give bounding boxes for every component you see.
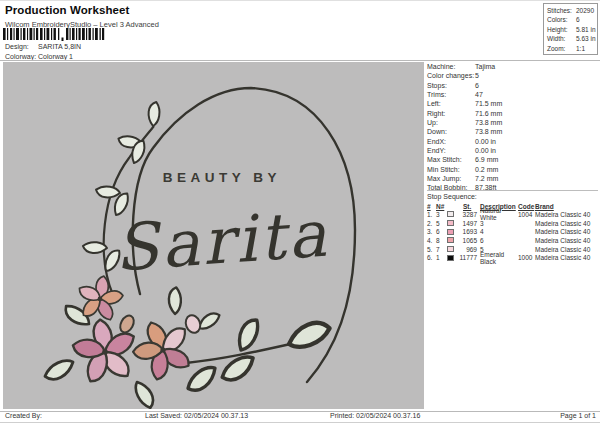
detail-row-right: Right:71.6 mm (427, 109, 598, 118)
thread-brand: Madeira Classic 40 (532, 237, 598, 244)
detail-row-stops: Stops:6 (427, 81, 598, 90)
thread-color-swatch (447, 229, 454, 235)
colorway-label: Colorway: (5, 53, 38, 60)
stop-number: 3. (427, 228, 436, 235)
stitch-count: 1693 (458, 228, 477, 235)
stop-sequence-section: Stop Sequence: # N# St. Description Code… (427, 190, 598, 262)
flower-icon (133, 320, 193, 382)
detail-label: Left: (427, 100, 475, 107)
detail-label: Stops: (427, 82, 475, 89)
detail-value: 5 (475, 72, 479, 79)
detail-value: 73.8 mm (475, 119, 502, 126)
swatch-cell (447, 255, 458, 261)
footer-divider-bottom (0, 422, 600, 423)
swatch-cell (447, 237, 458, 243)
width-label: Width: (547, 35, 576, 42)
col-header-code: Code (518, 203, 532, 210)
detail-row-min-stitch: Min Stitch:0.2 mm (427, 165, 598, 174)
thread-code: 1000 (518, 254, 532, 261)
summary-row-colors: Colors:6 (547, 15, 597, 25)
swatch-cell (447, 220, 458, 226)
stop-number: 1. (427, 211, 436, 218)
col-header-stitches: St. (458, 203, 477, 210)
zoom-value: 1:1 (576, 45, 585, 52)
detail-label: Trims: (427, 91, 475, 98)
colors-value: 6 (576, 16, 580, 23)
stitch-count: 11777 (458, 254, 477, 261)
needle-number: 8 (436, 237, 447, 244)
detail-label: Min Stitch: (427, 166, 475, 173)
needle-number: 6 (436, 228, 447, 235)
detail-label: Color changes: (427, 72, 475, 79)
design-value: SARITA 5,8IN (38, 43, 81, 50)
production-worksheet-page: Production Worksheet Wilcom EmbroiderySt… (0, 0, 600, 424)
detail-row-machine: Machine:Tajima (427, 62, 598, 71)
detail-value: Tajima (475, 63, 495, 70)
thread-description: 3 (477, 220, 518, 227)
detail-row-up: Up:73.8 mm (427, 118, 598, 127)
stitch-count: 1065 (458, 237, 477, 244)
summary-row-width: Width:5.63 in (547, 34, 597, 44)
printed-text: Printed: 02/05/2024 00.37.16 (330, 412, 420, 419)
detail-value: 7.2 mm (475, 175, 498, 182)
page-number: Page 1 of 1 (560, 412, 596, 419)
detail-label: Down: (427, 128, 475, 135)
swatch-cell (447, 229, 458, 235)
stop-sequence-row: 2. 5 1497 3 Madeira Classic 40 (427, 219, 598, 228)
detail-row-endx: EndX:0.00 in (427, 137, 598, 146)
detail-value: 6.9 mm (475, 156, 498, 163)
footer: Created By: Last Saved: 02/05/2024 00.37… (0, 412, 600, 422)
detail-value: 6 (475, 82, 479, 89)
summary-row-height: Height:5.81 in (547, 25, 597, 35)
design-preview-canvas: BEAUTY BY Sarita (3, 62, 424, 409)
header-divider (0, 60, 600, 61)
thread-brand: Madeira Classic 40 (532, 220, 598, 227)
design-row: Design:SARITA 5,8IN (5, 43, 81, 50)
design-text-primary: BEAUTY BY (163, 170, 281, 185)
detail-value: 0.2 mm (475, 166, 498, 173)
detail-value: 73.8 mm (475, 128, 502, 135)
height-label: Height: (547, 26, 576, 33)
stop-sequence-title: Stop Sequence: (427, 193, 598, 202)
swatch-cell (447, 246, 458, 252)
stop-number: 5. (427, 246, 436, 253)
height-value: 5.81 in (576, 26, 596, 33)
col-header-needle: N# (436, 203, 447, 210)
detail-label: Max Stitch: (427, 156, 475, 163)
machine-details-panel: Machine:Tajima Color changes:5 Stops:6 T… (427, 62, 598, 193)
design-label: Design: (5, 43, 38, 50)
design-text-script: Sarita (112, 197, 332, 286)
col-header-number: # (427, 203, 436, 210)
stop-sequence-row: 3. 6 1693 4 Madeira Classic 40 (427, 227, 598, 236)
flower-cluster-icon (71, 275, 203, 385)
needle-number: 3 (436, 211, 447, 218)
detail-row-trims: Trims:47 (427, 90, 598, 99)
bud-icon (117, 313, 136, 335)
last-saved-text: Last Saved: 02/05/2024 00.37.13 (145, 412, 248, 419)
thread-color-swatch (447, 237, 454, 243)
summary-row-stitches: Stitches:20290 (547, 6, 597, 16)
summary-row-zoom: Zoom:1:1 (547, 44, 597, 54)
thread-color-swatch (447, 246, 454, 252)
bud-icon (183, 313, 202, 335)
thread-color-swatch (447, 211, 454, 217)
stitches-value: 20290 (576, 7, 594, 14)
stitch-count: 969 (458, 246, 477, 253)
created-by-label: Created By: (5, 412, 42, 419)
thread-color-swatch (447, 220, 454, 226)
colorway-row: Colorway:Colorway 1 (5, 53, 73, 60)
detail-label: EndX: (427, 138, 475, 145)
detail-value: 71.6 mm (475, 110, 502, 117)
colorway-value: Colorway 1 (38, 53, 73, 60)
detail-label: Machine: (427, 63, 475, 70)
detail-value: 0.00 in (475, 138, 496, 145)
thread-brand: Madeira Classic 40 (532, 246, 598, 253)
stop-sequence-row: 4. 8 1065 6 Madeira Classic 40 (427, 236, 598, 245)
needle-number: 1 (436, 254, 447, 261)
detail-label: Max Jump: (427, 175, 475, 182)
page-title: Production Worksheet (5, 4, 129, 16)
detail-row-left: Left:71.5 mm (427, 99, 598, 108)
thread-description: 6 (477, 237, 518, 244)
stitch-count: 3287 (458, 211, 477, 218)
stitch-count: 1497 (458, 220, 477, 227)
